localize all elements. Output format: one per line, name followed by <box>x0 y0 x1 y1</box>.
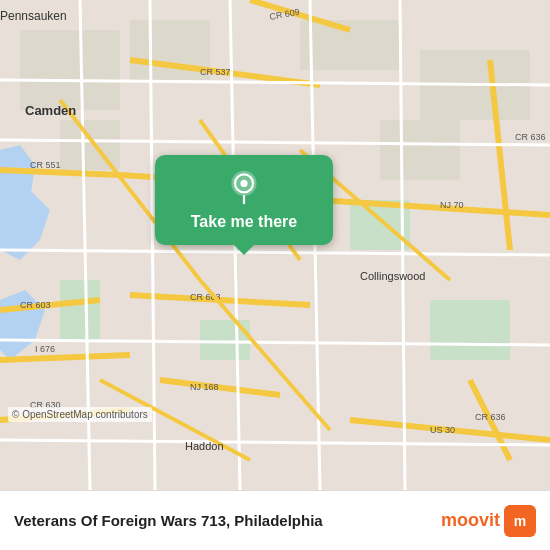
svg-rect-4 <box>60 280 100 340</box>
location-pin-icon <box>226 169 262 205</box>
location-info: Veterans Of Foreign Wars 713, Philadelph… <box>14 512 441 529</box>
moovit-text: moovit <box>441 510 500 531</box>
svg-text:US 30: US 30 <box>430 425 455 435</box>
svg-point-61 <box>240 180 247 187</box>
svg-rect-13 <box>380 120 460 180</box>
svg-text:CR 636: CR 636 <box>475 412 506 422</box>
svg-text:NJ 168: NJ 168 <box>190 382 219 392</box>
svg-text:CR 636: CR 636 <box>515 132 546 142</box>
bottom-bar: Veterans Of Foreign Wars 713, Philadelph… <box>0 490 550 550</box>
svg-text:CR 551: CR 551 <box>30 160 61 170</box>
map-container: CR 609 CR 537 CR 551 CR 60 NJ 70 CR 636 … <box>0 0 550 490</box>
svg-text:I 676: I 676 <box>35 344 55 354</box>
svg-text:Collingswood: Collingswood <box>360 270 425 282</box>
svg-text:NJ 70: NJ 70 <box>440 200 464 210</box>
svg-text:CR 537: CR 537 <box>200 67 231 77</box>
copyright-notice: © OpenStreetMap contributors <box>8 407 152 422</box>
take-me-there-button[interactable]: Take me there <box>155 155 333 245</box>
svg-text:m: m <box>514 513 526 529</box>
moovit-icon: m <box>504 505 536 537</box>
svg-rect-8 <box>20 30 120 110</box>
take-me-there-label: Take me there <box>191 213 297 231</box>
svg-text:Haddon: Haddon <box>185 440 224 452</box>
svg-text:Camden: Camden <box>25 103 76 118</box>
location-name: Veterans Of Foreign Wars 713, Philadelph… <box>14 512 441 529</box>
svg-text:CR 603: CR 603 <box>20 300 51 310</box>
svg-rect-7 <box>430 300 510 360</box>
svg-text:Pennsauken: Pennsauken <box>0 9 67 23</box>
moovit-logo: moovit m <box>441 505 536 537</box>
